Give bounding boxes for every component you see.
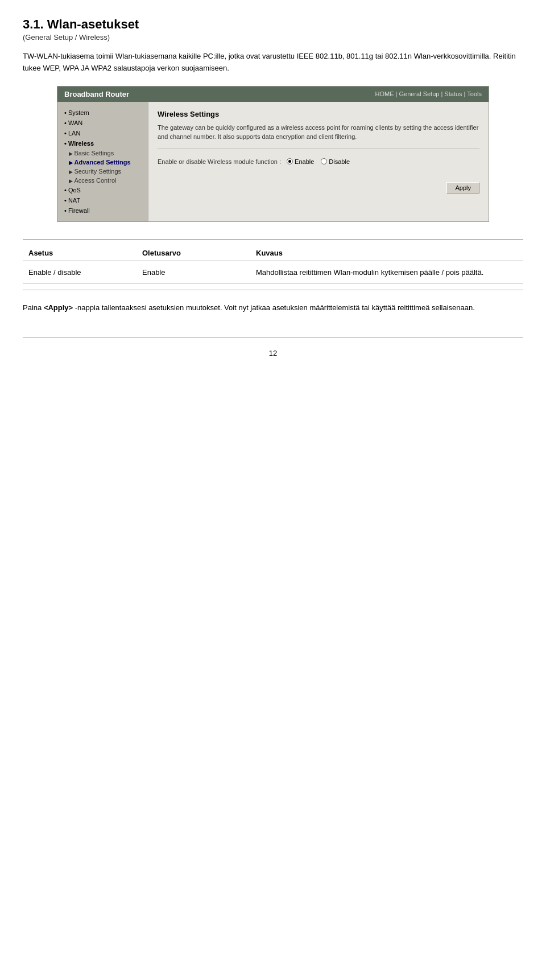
top-divider — [23, 239, 523, 240]
sidebar-item-firewall[interactable]: Firewall — [57, 205, 148, 216]
sidebar-item-system[interactable]: System — [57, 108, 148, 118]
radio-enable-circle[interactable] — [287, 158, 293, 164]
sidebar-item-basic-settings[interactable]: Basic Settings — [57, 149, 148, 158]
setting-default: Enable — [136, 261, 250, 283]
setting-name: Enable / disable — [23, 261, 136, 283]
col-header-setting: Asetus — [23, 245, 136, 261]
apply-row: Apply — [158, 182, 479, 199]
router-main-content: Wireless Settings The gateway can be qui… — [148, 102, 489, 221]
page-number: 12 — [23, 349, 523, 357]
chapter-subtitle: (General Setup / Wireless) — [23, 33, 523, 42]
radio-disable-label: Disable — [329, 158, 350, 165]
footer-divider — [23, 337, 523, 337]
router-nav: HOME | General Setup | Status | Tools — [375, 90, 482, 97]
sidebar-item-nat[interactable]: NAT — [57, 195, 148, 205]
wireless-settings-desc: The gateway can be quickly configured as… — [158, 123, 479, 149]
wireless-field-label: Enable or disable Wireless module functi… — [158, 158, 281, 165]
apply-button[interactable]: Apply — [446, 182, 479, 193]
sidebar-item-security-settings[interactable]: Security Settings — [57, 167, 148, 176]
router-brand: Broadband Router — [64, 90, 129, 98]
settings-table-section: Asetus Oletusarvo Kuvaus Enable / disabl… — [23, 239, 523, 290]
chapter-title: 3.1. Wlan-asetukset — [23, 17, 523, 32]
closing-paragraph: Paina <Apply> -nappia tallentaaksesi ase… — [23, 302, 523, 314]
intro-paragraph: TW-WLAN-tukiasema toimii Wlan-tukiaseman… — [23, 51, 523, 75]
wireless-enable-row: Enable or disable Wireless module functi… — [158, 158, 479, 165]
radio-enable[interactable]: Enable — [287, 158, 314, 165]
sidebar-item-access-control[interactable]: Access Control — [57, 176, 148, 185]
sidebar-item-advanced-settings[interactable]: Advanced Settings — [57, 158, 148, 167]
router-ui-screenshot: Broadband Router HOME | General Setup | … — [57, 86, 489, 222]
router-header: Broadband Router HOME | General Setup | … — [57, 87, 489, 102]
setting-description: Mahdollistaa reitittimen Wlan-modulin ky… — [250, 261, 523, 283]
bottom-divider — [23, 290, 523, 290]
radio-disable[interactable]: Disable — [321, 158, 350, 165]
wireless-settings-title: Wireless Settings — [158, 110, 479, 118]
radio-enable-label: Enable — [295, 158, 314, 165]
radio-disable-circle[interactable] — [321, 158, 327, 164]
sidebar-item-qos[interactable]: QoS — [57, 185, 148, 195]
sidebar-item-lan[interactable]: LAN — [57, 128, 148, 138]
col-header-description: Kuvaus — [250, 245, 523, 261]
sidebar-item-wireless[interactable]: Wireless — [57, 138, 148, 149]
col-header-default: Oletusarvo — [136, 245, 250, 261]
router-sidebar: System WAN LAN Wireless Basic Settings A… — [57, 102, 148, 221]
router-body: System WAN LAN Wireless Basic Settings A… — [57, 102, 489, 221]
sidebar-item-wan[interactable]: WAN — [57, 118, 148, 128]
wireless-radio-group: Enable Disable — [287, 158, 350, 165]
table-row: Enable / disable Enable Mahdollistaa rei… — [23, 261, 523, 283]
settings-table: Asetus Oletusarvo Kuvaus Enable / disabl… — [23, 245, 523, 284]
